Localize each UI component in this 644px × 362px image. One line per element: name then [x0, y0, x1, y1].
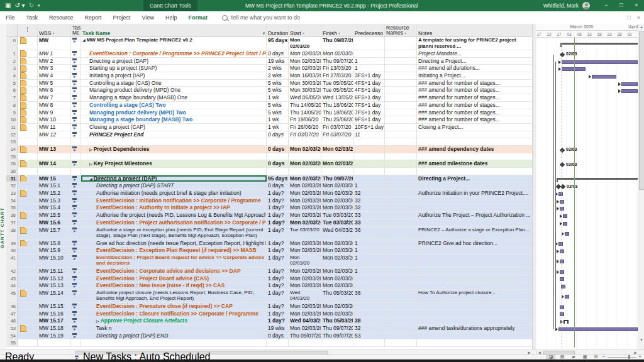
start-cell[interactable]: Mon 02/03/20 — [289, 212, 321, 219]
resource-names-cell[interactable] — [385, 160, 417, 167]
start-cell[interactable]: Fri 19/06/20 — [289, 116, 321, 123]
duration-cell[interactable]: 2 wks — [267, 72, 289, 79]
task-name-cell[interactable]: Directing a project (DAP) — [81, 58, 267, 65]
predecessors-cell[interactable]: 7FS+1 day — [353, 102, 385, 109]
task-name-cell[interactable]: Event/Decision : Project Board advice (C… — [81, 275, 267, 282]
start-cell[interactable]: Mon 02/03/20 — [289, 255, 321, 267]
info-cell[interactable] — [18, 303, 38, 310]
task-mode-cell[interactable] — [71, 94, 81, 101]
task-mode-cell[interactable] — [71, 240, 81, 247]
predecessors-cell[interactable]: 32 — [353, 204, 385, 211]
start-cell[interactable]: Mon 02/03/20 — [289, 197, 321, 204]
resource-names-cell[interactable] — [385, 268, 417, 275]
menu-tab-task[interactable]: Task — [21, 11, 44, 24]
start-cell[interactable]: Mon 02/03/20 — [289, 146, 321, 153]
task-mode-cell[interactable] — [71, 227, 81, 239]
task-mode-cell[interactable] — [71, 160, 81, 167]
start-cell[interactable]: Mon 02/03/20 — [289, 247, 321, 254]
wbs-cell[interactable]: MW 15.6 — [38, 219, 71, 226]
start-cell[interactable] — [289, 168, 321, 175]
header-start[interactable]: Start▾ — [289, 24, 321, 36]
wbs-cell[interactable]: MW 7 — [38, 94, 71, 101]
task-name-cell[interactable]: PRINCE2 Project End — [81, 131, 267, 138]
resource-names-cell[interactable] — [385, 332, 417, 339]
finish-cell[interactable]: Thu 09/07/20 — [321, 58, 353, 65]
header-resource-names[interactable]: ResourceNames▾ — [385, 24, 417, 36]
finish-cell[interactable]: Mon 02/03/20 — [321, 310, 353, 317]
task-name-cell[interactable]: ▷Project Dependencies — [81, 146, 267, 153]
duration-cell[interactable]: 19 wks — [267, 58, 289, 65]
task-mode-cell[interactable] — [71, 72, 81, 79]
finish-cell[interactable]: Fri 27/03/20 — [321, 72, 353, 79]
qat-customize-icon[interactable]: ▾ — [38, 0, 40, 11]
duration-cell[interactable] — [267, 153, 289, 160]
duration-cell[interactable]: 2 wks — [267, 65, 289, 72]
duration-cell[interactable]: 5 wks — [267, 102, 289, 109]
wbs-cell[interactable]: MW 15.1 — [38, 182, 71, 189]
task-mode-cell[interactable] — [71, 102, 81, 109]
resource-names-cell[interactable] — [385, 116, 417, 123]
finish-cell[interactable]: Thu 18/06/20 — [321, 109, 353, 116]
resource-names-cell[interactable] — [385, 80, 417, 87]
wbs-cell[interactable]: MW 15.17 — [38, 317, 71, 324]
task-mode-cell[interactable] — [71, 255, 81, 267]
duration-cell[interactable]: 1 day? — [267, 204, 289, 211]
info-cell[interactable] — [18, 190, 38, 197]
predecessors-cell[interactable]: 10FS+1 day — [353, 124, 385, 131]
start-cell[interactable]: Fri 26/06/20 — [289, 124, 321, 131]
task-name-cell[interactable]: Directing a project (DAP) START — [81, 182, 267, 189]
duration-cell[interactable]: 1 wk — [267, 124, 289, 131]
predecessors-cell[interactable]: 1 — [353, 255, 385, 267]
notes-cell[interactable]: How To Authorize project closure... — [417, 290, 532, 302]
wbs-cell[interactable]: MW 5 — [38, 80, 71, 87]
duration-cell[interactable]: 1 day? — [267, 255, 289, 267]
notes-cell[interactable]: ### amend for number of stages... — [417, 80, 532, 87]
wbs-cell[interactable]: MW 15.7 — [38, 227, 71, 239]
resource-names-cell[interactable] — [385, 138, 417, 145]
task-name-cell[interactable] — [81, 168, 267, 175]
info-cell[interactable] — [18, 275, 38, 282]
task-mode-cell[interactable] — [71, 124, 81, 131]
task-mode-cell[interactable] — [71, 332, 81, 339]
resource-names-cell[interactable] — [385, 131, 417, 138]
gantt-summary-bar[interactable] — [557, 178, 638, 183]
start-cell[interactable]: Mon 02/03/20 — [289, 175, 321, 182]
info-cell[interactable] — [18, 332, 38, 339]
menu-tab-format[interactable]: Format — [182, 11, 213, 24]
duration-cell[interactable]: 0 days — [267, 332, 289, 339]
finish-cell[interactable]: Tue 03/03/20 — [321, 219, 353, 226]
task-mode-cell[interactable] — [71, 282, 81, 289]
info-cell[interactable] — [18, 212, 38, 219]
task-name-cell[interactable]: ▷Key Project Milestones — [81, 160, 267, 167]
task-mode-cell[interactable] — [71, 275, 81, 282]
task-mode-cell[interactable] — [71, 153, 81, 160]
duration-cell[interactable]: 1 day? — [267, 282, 289, 289]
zoom-out-icon[interactable]: − — [602, 354, 606, 359]
task-name-cell[interactable]: Authorise a stage or exception plan (nee… — [81, 227, 267, 239]
start-cell[interactable]: Mon 02/03/20 — [289, 219, 321, 226]
wbs-cell[interactable] — [38, 168, 71, 175]
finish-cell[interactable]: Mon 02/03/20 — [321, 50, 353, 57]
notes-cell[interactable] — [417, 339, 532, 346]
notes-cell[interactable] — [417, 182, 532, 189]
task-usage-view-icon[interactable]: ▤ — [558, 354, 566, 359]
menu-tab-help[interactable]: Help — [160, 11, 183, 24]
finish-cell[interactable]: Fri 03/07/20 — [321, 131, 353, 138]
task-name-cell[interactable]: Event/Decision : Exception Plan Request … — [81, 247, 267, 254]
predecessors-cell[interactable]: 1 — [353, 240, 385, 247]
row-number[interactable]: 55 — [6, 339, 18, 346]
info-cell[interactable] — [18, 204, 38, 211]
wbs-cell[interactable]: MW 13 — [38, 146, 71, 153]
info-cell[interactable] — [18, 197, 38, 204]
info-cell[interactable] — [18, 317, 38, 324]
predecessors-cell[interactable]: 36 — [353, 227, 385, 239]
wbs-cell[interactable]: MW 15.4 — [38, 204, 71, 211]
task-mode-cell[interactable] — [71, 168, 81, 175]
row-number[interactable]: 4 — [6, 72, 18, 79]
finish-cell[interactable]: Wed 13/05/20 — [321, 94, 353, 101]
duration-cell[interactable]: 19 wks — [267, 325, 289, 332]
resource-names-cell[interactable] — [385, 146, 417, 153]
wbs-cell[interactable]: MW 15.9 — [38, 247, 71, 254]
resource-names-cell[interactable] — [385, 339, 417, 346]
notes-cell[interactable] — [417, 275, 532, 282]
